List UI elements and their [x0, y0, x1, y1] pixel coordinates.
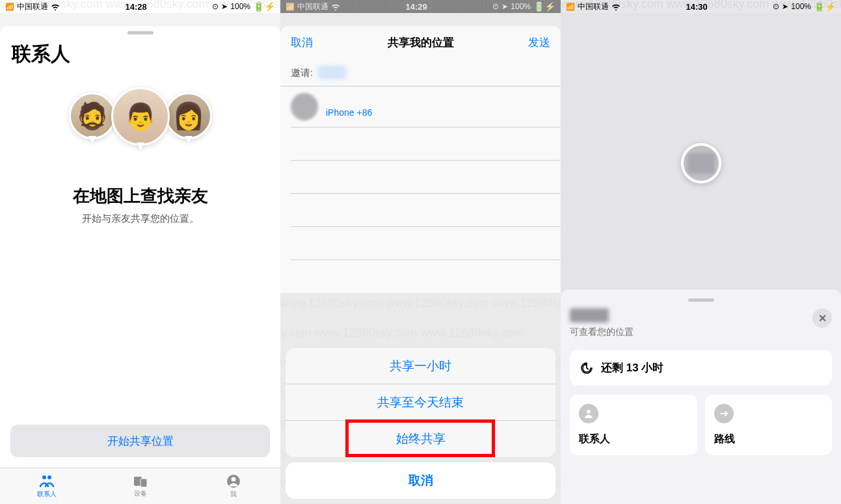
memoji-illustration: 🧔 👨 👩: [0, 87, 280, 159]
invite-token[interactable]: [318, 66, 346, 79]
action-sheet-cancel-button[interactable]: 取消: [286, 462, 555, 499]
contact-phone: iPhone +86: [326, 107, 372, 118]
close-icon: ✕: [818, 312, 827, 325]
share-forever-button[interactable]: 始终共享: [286, 421, 555, 457]
carrier-label: 中国联通: [578, 1, 609, 12]
contact-suggestion[interactable]: iPhone +86: [280, 86, 561, 127]
signal-icon: 📶: [5, 3, 14, 11]
svg-point-1: [47, 475, 51, 479]
battery-icon: 🔋⚡: [253, 1, 275, 12]
location-arrow-icon: ➤: [221, 2, 228, 11]
devices-icon: [133, 475, 148, 488]
map-location-marker[interactable]: [681, 143, 721, 183]
contacts-sheet: 联系人 🧔 👨 👩 在地图上查找亲友 开始与亲友共享您的位置。 开始共享位置 联…: [0, 26, 280, 504]
remaining-time-card[interactable]: 还剩 13 小时: [570, 350, 832, 386]
memoji-icon: 🧔: [69, 92, 116, 139]
status-bar: 📶 中国联通 14:28 ⊙ ➤ 100% 🔋⚡: [0, 0, 280, 13]
share-until-eod-button[interactable]: 共享至今天结束: [286, 384, 555, 421]
cancel-button[interactable]: 取消: [291, 35, 313, 50]
wifi-icon: [51, 3, 60, 10]
close-button[interactable]: ✕: [812, 308, 832, 328]
status-bar: 📶 中国联通 14:30 ⊙ ➤ 100% 🔋⚡: [561, 0, 841, 13]
start-sharing-label: 开始共享位置: [107, 434, 174, 449]
memoji-icon: 👨: [111, 87, 170, 146]
tab-bar: 联系人 设备 我: [0, 468, 280, 504]
svg-point-5: [232, 477, 236, 481]
memoji-icon: 👩: [165, 92, 212, 139]
tab-devices[interactable]: 设备: [94, 468, 187, 504]
contact-name: [570, 308, 609, 323]
tab-contacts[interactable]: 联系人: [0, 468, 94, 504]
invite-field[interactable]: 邀请:: [280, 59, 561, 86]
location-arrow-icon: ➤: [782, 2, 788, 11]
screen-share-modal: 📶 中国联通 14:29 ⊙ ➤ 100% 🔋⚡ 取消 共享我的位置 发送 邀请…: [280, 0, 561, 504]
history-icon: [580, 362, 593, 375]
battery-pct: 100%: [230, 2, 250, 11]
share-one-hour-button[interactable]: 共享一小时: [286, 348, 555, 384]
status-time: 14:28: [126, 2, 147, 12]
person-icon: [579, 404, 598, 423]
alarm-icon: ⊙: [212, 2, 219, 11]
route-icon: [714, 404, 734, 423]
action-label: 联系人: [579, 432, 688, 446]
invite-label: 邀请:: [291, 67, 313, 78]
contact-action-button[interactable]: 联系人: [570, 395, 697, 455]
modal-title: 共享我的位置: [388, 35, 454, 50]
alarm-icon: ⊙: [773, 2, 779, 11]
action-label: 路线: [714, 432, 823, 446]
duration-action-sheet: 共享一小时 共享至今天结束 始终共享 取消: [286, 348, 555, 499]
tab-label: 我: [230, 490, 237, 499]
battery-icon: 🔋⚡: [814, 1, 836, 12]
start-sharing-button[interactable]: 开始共享位置: [10, 425, 270, 457]
remaining-time-text: 还剩 13 小时: [601, 360, 663, 375]
contact-name: [326, 96, 372, 107]
signal-icon: 📶: [566, 3, 575, 11]
headline-text: 在地图上查找亲友: [13, 185, 267, 207]
me-icon: [226, 474, 241, 488]
map-view[interactable]: [561, 13, 841, 293]
sheet-subtitle: 可查看您的位置: [570, 326, 634, 338]
marker-avatar-icon: [687, 153, 715, 174]
svg-rect-3: [140, 479, 147, 487]
sheet-grabber[interactable]: [127, 31, 154, 34]
avatar-icon: [291, 93, 318, 120]
carrier-label: 中国联通: [17, 1, 48, 12]
tab-me[interactable]: 我: [187, 468, 280, 504]
wifi-icon: [611, 3, 621, 10]
svg-point-6: [587, 410, 591, 414]
send-button[interactable]: 发送: [528, 35, 550, 50]
contact-detail-sheet: 可查看您的位置 ✕ 还剩 13 小时 联系人: [561, 289, 841, 504]
tab-label: 设备: [134, 489, 147, 498]
share-location-modal: 取消 共享我的位置 发送 邀请: iPhone +86: [280, 26, 561, 293]
screen-map-detail: 📶 中国联通 14:30 ⊙ ➤ 100% 🔋⚡ 可查看您的位置 ✕: [561, 0, 841, 504]
sheet-grabber[interactable]: [688, 298, 714, 302]
svg-point-0: [42, 475, 46, 479]
battery-pct: 100%: [791, 2, 811, 11]
tab-label: 联系人: [37, 490, 57, 499]
people-icon: [39, 474, 55, 488]
status-time: 14:30: [686, 2, 708, 12]
directions-action-button[interactable]: 路线: [705, 395, 833, 455]
subhead-text: 开始与亲友共享您的位置。: [0, 213, 280, 225]
screen-contacts: 📶 中国联通 14:28 ⊙ ➤ 100% 🔋⚡ 联系人 🧔 👨 👩 在地图上查…: [0, 0, 280, 504]
page-title: 联系人: [0, 41, 280, 74]
